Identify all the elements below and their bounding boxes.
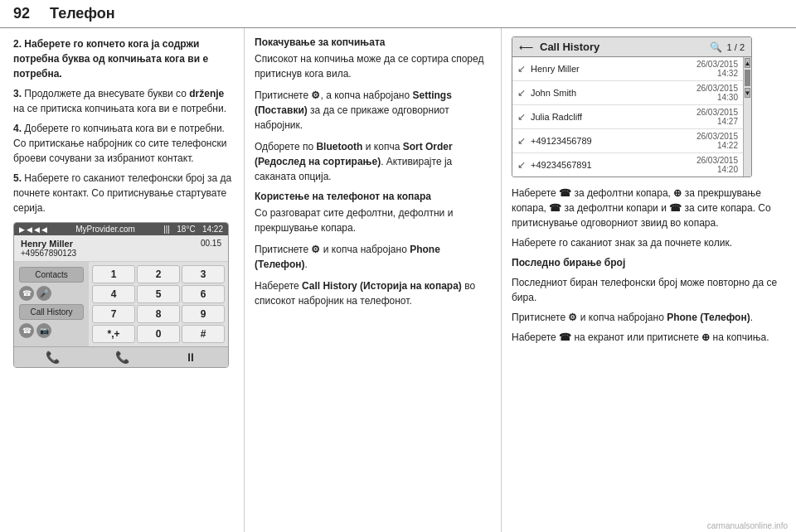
numpad-9[interactable]: 9 (182, 305, 225, 323)
right-para-5: Притиснете ⚙ и копча набројано Phone (Те… (512, 310, 786, 325)
left-item-2: 2. Наберете го копчето кога ја содржи по… (13, 36, 234, 81)
call-time-val-5: 14:20 (696, 165, 738, 174)
call-history-btn-row: ☎ 📷 (19, 323, 84, 338)
phone-circle-icon-4: 📷 (36, 323, 51, 338)
phone-icon-3: ◀ (34, 225, 40, 234)
phone-bottom-area: Contacts ☎ 🎤 Call History ☎ 📷 1 2 3 4 (14, 262, 228, 346)
call-history-row-3[interactable]: ↙ Julia Radcliff 26/03/2015 14:27 (512, 105, 743, 129)
right-para-2: Наберете го саканиот знак за да почнете … (512, 235, 786, 250)
scroll-up-button[interactable]: ▲ (745, 58, 750, 68)
scroll-down-button[interactable]: ▼ (745, 88, 750, 98)
scroll-thumb[interactable] (745, 70, 750, 86)
item-num-2: 2. Наберете го копчето кога ја содржи по… (13, 38, 208, 80)
main-content: 2. Наберете го копчето кога ја содржи по… (0, 28, 796, 532)
call-duration: 00.15 (201, 239, 221, 248)
middle-section4-text: Со разговарат сите дефолтни, дефолтни и … (255, 206, 491, 235)
call-icon-3: ↙ (517, 111, 526, 123)
call-date-1: 26/03/2015 14:32 (696, 60, 738, 78)
call-history-title: Call History (540, 41, 599, 53)
item-num-4: 4. (13, 123, 22, 134)
left-item-3: 3. Продолжете да внесувате букви со drže… (13, 86, 234, 116)
watermark: carmanualsonline.info (707, 521, 788, 530)
middle-section1-text: Списокот на копчиња може да се сортира с… (255, 51, 491, 81)
numpad-3[interactable]: 3 (182, 265, 225, 283)
contact-name-1: Henry Miller (531, 64, 696, 74)
middle-section5-text: Притиснете ⚙ и копча набројано Phone (Те… (255, 242, 491, 272)
call-answer-icon[interactable]: 📞 (115, 351, 129, 364)
call-history-back-icon: ⟵ (519, 41, 533, 53)
call-date-5: 26/03/2015 14:20 (696, 156, 738, 174)
contacts-button[interactable]: Contacts (19, 267, 84, 283)
phone-buttons-left: Contacts ☎ 🎤 Call History ☎ 📷 (14, 262, 89, 346)
call-icon-5: ↙ (517, 159, 526, 171)
contact-name-2: John Smith (531, 88, 696, 98)
temp-time: ||| 18°C 14:22 (163, 225, 223, 234)
call-icon-4: ↙ (517, 135, 526, 147)
call-date-val-1: 26/03/2015 (696, 60, 738, 69)
provider-label: MyProvider.com (75, 225, 135, 234)
call-time-val-4: 14:22 (696, 141, 738, 150)
item-num-5: 5. (13, 172, 22, 184)
contact-name-3: Julia Radcliff (531, 112, 696, 122)
right-para-6: Наберете ☎ на екранот или притиснете ⊕ н… (512, 330, 786, 345)
middle-section4-title: Користење на телефонот на копара (255, 191, 491, 202)
contact-name-4: +49123456789 (531, 136, 696, 146)
call-date-2: 26/03/2015 14:30 (696, 84, 738, 102)
signal: ||| (163, 225, 170, 234)
numpad-6[interactable]: 6 (182, 285, 225, 303)
phone-circle-icon-2: 🎤 (36, 286, 51, 301)
call-end-icon[interactable]: 📞 (46, 351, 60, 364)
middle-section6-text: Наберете Call History (Историја на копар… (255, 278, 491, 308)
call-history-widget: ⟵ Call History 🔍 1 / 2 ↙ Henry Miller 26… (512, 36, 752, 177)
time: 14:22 (202, 225, 223, 234)
contact-name-5: +49234567891 (531, 160, 696, 170)
left-item-5: 5. Наберете го саканиот телефонски број … (13, 171, 234, 215)
call-date-val-3: 26/03/2015 (696, 108, 738, 117)
numpad-1[interactable]: 1 (92, 265, 135, 283)
left-column: 2. Наберете го копчето кога ја содржи по… (0, 28, 245, 532)
phone-icon-4: ◀ (41, 225, 47, 234)
call-icon-2: ↙ (517, 87, 526, 99)
numpad-5[interactable]: 5 (137, 285, 180, 303)
numpad-star[interactable]: *,+ (92, 325, 135, 343)
call-history-row-2[interactable]: ↙ John Smith 26/03/2015 14:30 (512, 81, 743, 105)
middle-section2-text: Притиснете ⚙, а копча набројано Settings… (255, 88, 491, 133)
numpad: 1 2 3 4 5 6 7 8 9 *,+ 0 # (89, 262, 228, 346)
call-history-row-1[interactable]: ↙ Henry Miller 26/03/2015 14:32 (512, 57, 743, 81)
page-indicator: 1 / 2 (727, 42, 745, 52)
call-date-val-4: 26/03/2015 (696, 132, 738, 141)
right-para-1: Наберете ☎ за дефолтни копара, ⊕ за прек… (512, 186, 786, 230)
phone-top-bar: ▶ ◀ ◀ ◀ MyProvider.com ||| 18°C 14:22 (14, 223, 228, 235)
call-date-4: 26/03/2015 14:22 (696, 132, 738, 150)
numpad-4[interactable]: 4 (92, 285, 135, 303)
call-date-val-2: 26/03/2015 (696, 84, 738, 93)
call-history-row-4[interactable]: ↙ +49123456789 26/03/2015 14:22 (512, 129, 743, 153)
phone-top-icons: ▶ ◀ ◀ ◀ (19, 225, 47, 234)
numpad-0[interactable]: 0 (137, 325, 180, 343)
call-icon-1: ↙ (517, 63, 526, 75)
right-para-3: Последно бирање број (512, 255, 786, 270)
call-history-row-5[interactable]: ↙ +49234567891 26/03/2015 14:20 (512, 153, 743, 177)
call-history-button[interactable]: Call History (19, 304, 84, 320)
numpad-hash[interactable]: # (182, 325, 225, 343)
right-para-4: Последниот биран телефонски број може по… (512, 275, 786, 305)
settings-icon-ref: ⚙ (311, 89, 320, 101)
call-pause-icon[interactable]: ⏸ (185, 351, 197, 364)
call-date-val-5: 26/03/2015 (696, 156, 738, 165)
numpad-8[interactable]: 8 (137, 305, 180, 323)
temp: 18°C (177, 225, 195, 234)
scrollbar[interactable]: ▲ ▼ (743, 57, 751, 177)
call-time-val-2: 14:30 (696, 93, 738, 102)
page-number: 92 (13, 5, 30, 22)
middle-column: Пoкачување за копчињата Списокот на копч… (245, 28, 502, 532)
search-icon[interactable]: 🔍 (710, 41, 722, 53)
contacts-btn-row: ☎ 🎤 (19, 286, 84, 301)
call-time-val-3: 14:27 (696, 117, 738, 126)
numpad-7[interactable]: 7 (92, 305, 135, 323)
middle-section1-title: Пoкачување за копчињата (255, 36, 491, 48)
phone-call-info: 00.15 Henry Miller +49567890123 (14, 235, 228, 262)
page-title: Телефон (50, 5, 115, 22)
call-history-header: ⟵ Call History 🔍 1 / 2 (512, 37, 751, 57)
numpad-2[interactable]: 2 (137, 265, 180, 283)
phone-icon-2: ◀ (27, 225, 32, 234)
